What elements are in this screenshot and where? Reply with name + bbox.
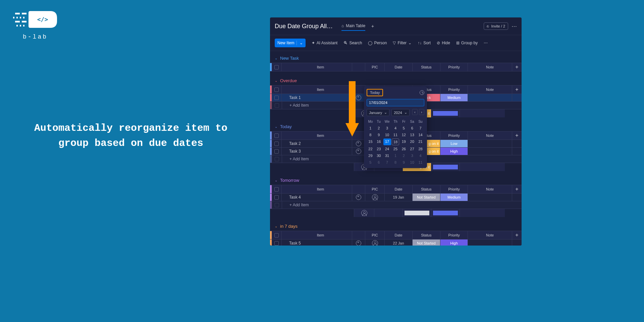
calendar-day[interactable]: 17 [383,139,391,145]
calendar-day[interactable]: 22 [367,146,374,152]
column-item[interactable]: Item [281,185,352,193]
calendar-day[interactable]: 6 [408,125,416,131]
calendar-day[interactable]: 31 [383,153,391,159]
hide-button[interactable]: ⊘Hide [437,41,450,45]
toolbar-more-button[interactable]: ⋯ [484,41,488,45]
board-title[interactable]: Due Date Group Allocat [275,23,333,30]
add-column-button[interactable]: + [512,63,522,71]
select-all-checkbox[interactable] [272,63,281,71]
calendar-day[interactable]: 9 [375,132,383,138]
column-pic[interactable]: PIC [365,231,384,239]
calendar-day[interactable]: 3 [408,153,416,159]
calendar-day[interactable]: 29 [367,153,374,159]
person-filter-button[interactable]: ◯Person [368,41,387,45]
calendar-day[interactable]: 1 [367,125,374,131]
calendar-day[interactable]: 24 [383,146,391,152]
sort-button[interactable]: ↑↓Sort [418,41,431,45]
group-header[interactable]: ⌄Tomorrow [270,176,522,185]
item-name[interactable]: Task 1 [281,94,352,101]
priority-cell[interactable]: Low [440,140,468,147]
column-date[interactable]: Date [384,63,412,71]
priority-cell[interactable]: High [440,148,468,155]
item-name[interactable]: Task 3 [281,148,352,155]
calendar-day[interactable]: 10 [408,159,416,165]
calendar-day[interactable]: 3 [383,125,391,131]
calendar-day[interactable]: 30 [375,153,383,159]
select-all-checkbox[interactable] [272,185,281,193]
select-all-checkbox[interactable] [272,131,281,140]
row-checkbox[interactable] [272,239,281,246]
column-item[interactable]: Item [281,86,352,94]
calendar-day[interactable]: 7 [383,159,391,165]
group-header[interactable]: ⌄in 7 days [270,222,522,231]
row-checkbox[interactable] [272,194,281,201]
calendar-day[interactable]: 4 [417,153,424,159]
calendar-day[interactable]: 13 [408,132,416,138]
invite-button[interactable]: ⎋ Invite / 2 [484,22,508,30]
calendar-day[interactable]: 4 [392,125,399,131]
calendar-day[interactable]: 8 [367,132,374,138]
column-pic[interactable]: PIC [365,63,384,71]
table-row[interactable]: Task 522 JanNot StartedHigh [270,239,522,246]
priority-cell[interactable]: Medium [440,94,468,101]
calendar-day[interactable]: 20 [408,139,416,145]
open-item-button[interactable] [352,148,365,155]
column-priority[interactable]: Priority [440,63,468,71]
row-checkbox[interactable] [272,94,281,101]
row-checkbox[interactable] [272,140,281,147]
note-cell[interactable] [468,239,512,246]
calendar-day[interactable]: 18 [392,139,399,145]
open-item-button[interactable] [352,140,365,147]
item-name[interactable]: Task 5 [281,239,352,246]
select-all-checkbox[interactable] [272,231,281,239]
group-header[interactable]: ⌄Overdue [270,76,522,85]
ai-assistant-button[interactable]: ✦AI Assistant [312,41,338,45]
column-note[interactable]: Note [468,185,512,193]
column-status[interactable]: Status [412,231,440,239]
add-column-button[interactable]: + [512,185,522,193]
calendar-day[interactable]: 19 [400,139,408,145]
calendar-day[interactable]: 10 [383,132,391,138]
calendar-day[interactable]: 28 [417,146,424,152]
open-item-button[interactable] [352,239,365,246]
calendar-day[interactable]: 5 [400,125,408,131]
pic-cell[interactable] [365,239,384,246]
calendar-day[interactable]: 21 [417,139,424,145]
priority-cell[interactable]: High [440,239,468,246]
column-note[interactable]: Note [468,131,512,140]
column-item[interactable]: Item [281,231,352,239]
note-cell[interactable] [468,148,512,155]
add-item-row[interactable]: + Add Item [270,201,522,209]
add-tab-button[interactable]: + [371,23,374,29]
calendar-day[interactable]: 2 [400,153,408,159]
calendar-day[interactable]: 2 [375,125,383,131]
calendar-day[interactable]: 7 [417,125,424,131]
calendar-day[interactable]: 1 [392,153,399,159]
prev-month-button[interactable]: ‹ [412,109,418,115]
calendar-day[interactable]: 15 [367,139,374,145]
new-item-button[interactable]: New Item ⌄ [275,39,306,47]
month-select[interactable]: January⌄ [367,109,389,116]
open-item-button[interactable] [352,194,365,201]
next-month-button[interactable]: › [419,109,424,115]
date-cell[interactable]: 19 Jan [384,194,412,201]
calendar-day[interactable]: 6 [375,159,383,165]
status-cell[interactable]: Not Started [412,239,440,246]
pic-cell[interactable] [365,194,384,201]
calendar-day[interactable]: 26 [400,146,408,152]
add-column-button[interactable]: + [512,231,522,239]
calendar-day[interactable]: 12 [400,132,408,138]
column-priority[interactable]: Priority [440,185,468,193]
calendar-day[interactable]: 23 [375,146,383,152]
calendar-day[interactable]: 25 [392,146,399,152]
column-priority[interactable]: Priority [440,86,468,94]
filter-button[interactable]: ▽Filter⌄ [393,41,412,45]
calendar-day[interactable]: 9 [400,159,408,165]
row-checkbox[interactable] [272,148,281,155]
year-select[interactable]: 2024⌄ [391,109,409,116]
note-cell[interactable] [468,140,512,147]
column-note[interactable]: Note [468,86,512,94]
clock-icon[interactable] [420,90,424,95]
add-column-button[interactable]: + [512,86,522,94]
search-button[interactable]: 🔍︎Search [343,41,362,45]
